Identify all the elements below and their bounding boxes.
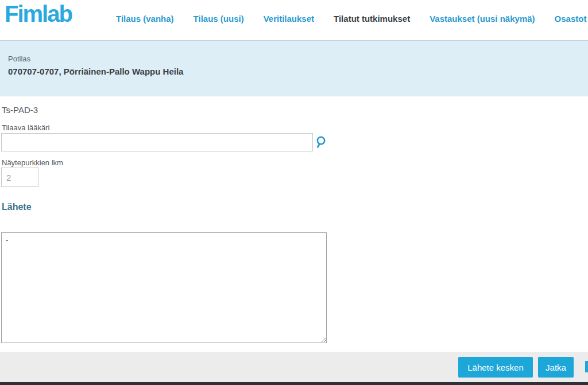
referral-heading: Lähete	[2, 202, 32, 212]
sample-jar-count-label: Näytepurkkien lkm	[2, 158, 63, 167]
nav-item-tilatut-tutkimukset[interactable]: Tilatut tutkimukset	[334, 14, 410, 24]
search-icon	[315, 142, 328, 151]
patient-identity: 070707-0707, Pörriäinen-Pallo Wappu Heil…	[8, 67, 580, 76]
ordering-doctor-input[interactable]	[1, 133, 313, 151]
nav-item-tilaus-vanha[interactable]: Tilaus (vanha)	[116, 14, 174, 24]
nav-item-veritilaukset[interactable]: Veritilaukset	[264, 14, 314, 24]
patient-label: Potilas	[8, 55, 580, 63]
continue-button[interactable]: Jatka	[538, 357, 574, 378]
sample-jar-count-input[interactable]	[1, 168, 38, 187]
page-title: Ts-PAD-3	[2, 105, 38, 115]
nav-item-osastot[interactable]: Osastot	[555, 14, 587, 24]
order-page: Fimlab Tilaus (vanha) Tilaus (uusi) Veri…	[0, 0, 588, 385]
patient-banner: Potilas 070707-0707, Pörriäinen-Pallo Wa…	[0, 40, 588, 96]
footer-action-bar: Lähete kesken Jatka	[0, 352, 588, 382]
doctor-search-button[interactable]	[315, 135, 328, 149]
referral-textarea[interactable]: -	[1, 232, 327, 343]
ordering-doctor-label: Tilaava lääkäri	[2, 123, 49, 132]
fimlab-logo[interactable]: Fimlab	[5, 1, 72, 27]
top-header: Fimlab Tilaus (vanha) Tilaus (uusi) Veri…	[0, 0, 588, 40]
clipped-button-fragment[interactable]	[585, 361, 588, 372]
main-nav: Tilaus (vanha) Tilaus (uusi) Veritilauks…	[116, 14, 586, 24]
nav-item-tilaus-uusi[interactable]: Tilaus (uusi)	[194, 14, 244, 24]
nav-item-vastaukset[interactable]: Vastaukset (uusi näkymä)	[430, 14, 535, 24]
save-draft-button[interactable]: Lähete kesken	[458, 357, 533, 378]
bottom-dark-strip	[0, 382, 588, 385]
